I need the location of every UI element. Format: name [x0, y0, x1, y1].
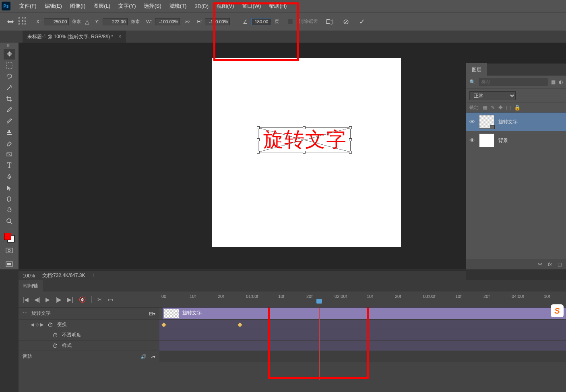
timeline-ruler[interactable]: 00 10f 20f 01:00f 10f 20f 02:00f 10f 20f…: [159, 291, 566, 308]
lock-row: 锁定: ▦ ✎ ✥ ⬚ 🔒: [466, 103, 566, 113]
goto-end-icon[interactable]: ▶|: [67, 296, 73, 303]
prev-frame-icon[interactable]: ◀|: [34, 296, 40, 303]
menu-file[interactable]: 文件(F): [15, 0, 41, 12]
y-unit: 像素: [131, 18, 140, 25]
x-input[interactable]: [44, 18, 69, 25]
blend-mode-select[interactable]: 正常: [469, 91, 516, 100]
antialias-checkbox[interactable]: [288, 19, 293, 24]
transition-icon[interactable]: ▭: [108, 296, 113, 303]
transform-tool-icon: [6, 17, 15, 27]
lock-transparency-icon[interactable]: ▦: [483, 105, 488, 111]
type-tool[interactable]: T: [4, 160, 15, 171]
speaker-icon[interactable]: 🔊: [140, 354, 147, 359]
stopwatch-icon[interactable]: ⏱: [52, 332, 58, 339]
menu-image[interactable]: 图像(I): [66, 0, 89, 12]
link-icon[interactable]: ⚯: [185, 18, 190, 25]
menu-layer[interactable]: 图层(L): [89, 0, 114, 12]
track-options-icon[interactable]: ⊟▾: [149, 311, 155, 316]
quickmask-icon[interactable]: [4, 246, 15, 256]
fx-icon[interactable]: fx: [548, 261, 552, 267]
lock-paint-icon[interactable]: ✎: [491, 105, 495, 111]
zoom-value[interactable]: 100%: [23, 273, 35, 279]
h-input[interactable]: [205, 18, 230, 25]
transform-bounding-box[interactable]: [258, 127, 351, 152]
keyframe[interactable]: [238, 322, 242, 327]
layer-search-input[interactable]: [479, 78, 548, 86]
timeline-tab[interactable]: 时间轴: [19, 280, 43, 292]
menu-select[interactable]: 选择(S): [140, 0, 165, 12]
close-tab-icon[interactable]: ×: [118, 34, 121, 39]
lasso-tool[interactable]: [4, 71, 15, 82]
commit-button[interactable]: ✓: [357, 17, 366, 26]
antialias-label: 消除锯齿: [299, 18, 318, 25]
eyedropper-tool[interactable]: [4, 105, 15, 115]
status-arrow-icon[interactable]: 〉: [92, 272, 97, 279]
document-tab[interactable]: 未标题-1 @ 100% (旋转文字, RGB/8#) * ×: [23, 31, 126, 43]
property-row-style[interactable]: ⏱ 样式: [19, 341, 566, 351]
music-icon[interactable]: ♪▾: [151, 354, 155, 359]
menu-3d[interactable]: 3D(D): [190, 1, 213, 12]
lock-artboard-icon[interactable]: ⬚: [506, 105, 511, 111]
keyframe[interactable]: [161, 322, 166, 327]
menu-view[interactable]: 视图(V): [213, 0, 238, 12]
next-frame-icon[interactable]: |▶: [56, 296, 62, 303]
marquee-tool[interactable]: [4, 60, 15, 71]
panel-grip[interactable]: [4, 44, 14, 47]
visibility-icon[interactable]: 👁: [469, 119, 475, 125]
link-layers-icon[interactable]: ⚯: [538, 261, 542, 267]
cancel-button[interactable]: ⊘: [341, 17, 350, 26]
mute-icon[interactable]: 🔇: [79, 296, 86, 303]
eraser-tool[interactable]: [4, 138, 15, 148]
lock-position-icon[interactable]: ✥: [498, 105, 503, 111]
screenmode-icon[interactable]: [4, 259, 15, 269]
audio-track-row[interactable]: 音轨 🔊 ♪▾: [19, 351, 566, 362]
property-row-transform[interactable]: ◀◇▶ ⏱ 变换: [19, 320, 566, 330]
video-clip[interactable]: ▸ 旋转文字: [163, 308, 566, 319]
menu-help[interactable]: 帮助(H): [265, 0, 291, 12]
stopwatch-icon[interactable]: ⏱: [48, 322, 53, 328]
menu-window[interactable]: 窗口(W): [238, 0, 265, 12]
color-swatches[interactable]: [4, 233, 14, 242]
wand-tool[interactable]: [4, 82, 15, 93]
doc-info[interactable]: 文档:732.4K/647.3K: [42, 272, 85, 279]
filter-adjust-icon[interactable]: ◐: [559, 79, 563, 85]
play-icon[interactable]: ▶: [45, 296, 50, 303]
path-select-tool[interactable]: [4, 183, 15, 193]
menu-type[interactable]: 文字(Y): [114, 0, 140, 12]
layers-tab[interactable]: 图层: [466, 63, 487, 76]
filter-pixel-icon[interactable]: ▦: [551, 79, 556, 85]
mask-icon[interactable]: ◻: [558, 261, 562, 267]
ruler-tick: 20f: [218, 294, 224, 299]
visibility-icon[interactable]: 👁: [469, 137, 475, 144]
search-icon: 🔍: [469, 79, 475, 85]
reference-point-grid[interactable]: [19, 17, 27, 26]
svg-point-4: [8, 249, 10, 252]
warp-button[interactable]: [325, 17, 334, 26]
hand-tool[interactable]: [4, 205, 15, 215]
stamp-tool[interactable]: [4, 127, 15, 138]
crop-tool[interactable]: [4, 94, 15, 104]
delta-icon[interactable]: △: [85, 18, 89, 25]
layer-item-text[interactable]: 👁 旋转文字: [466, 113, 566, 131]
collapse-icon[interactable]: ﹀: [23, 310, 27, 317]
lock-all-icon[interactable]: 🔒: [514, 105, 521, 111]
goto-start-icon[interactable]: |◀: [23, 296, 29, 303]
menu-edit[interactable]: 编辑(E): [41, 0, 66, 12]
stopwatch-icon[interactable]: ⏱: [52, 343, 58, 349]
property-row-opacity[interactable]: ⏱ 不透明度: [19, 330, 566, 341]
keyframe-nav[interactable]: ◀◇▶: [31, 322, 43, 327]
gradient-tool[interactable]: [4, 149, 15, 160]
pen-tool[interactable]: [4, 171, 15, 182]
playhead[interactable]: [316, 299, 322, 304]
split-icon[interactable]: ✂: [97, 296, 102, 303]
w-input[interactable]: [155, 18, 180, 25]
brush-tool[interactable]: [4, 116, 15, 126]
move-tool[interactable]: ✥: [4, 49, 15, 60]
track-row[interactable]: ﹀ 旋转文字 ⊟▾ ▸ 旋转文字: [19, 308, 566, 320]
zoom-tool[interactable]: [4, 216, 15, 226]
y-input[interactable]: [103, 18, 128, 25]
menu-filter[interactable]: 滤镜(T): [165, 0, 191, 12]
shape-tool[interactable]: [4, 194, 15, 204]
layer-item-background[interactable]: 👁 背景: [466, 131, 566, 150]
angle-input[interactable]: [251, 18, 271, 25]
